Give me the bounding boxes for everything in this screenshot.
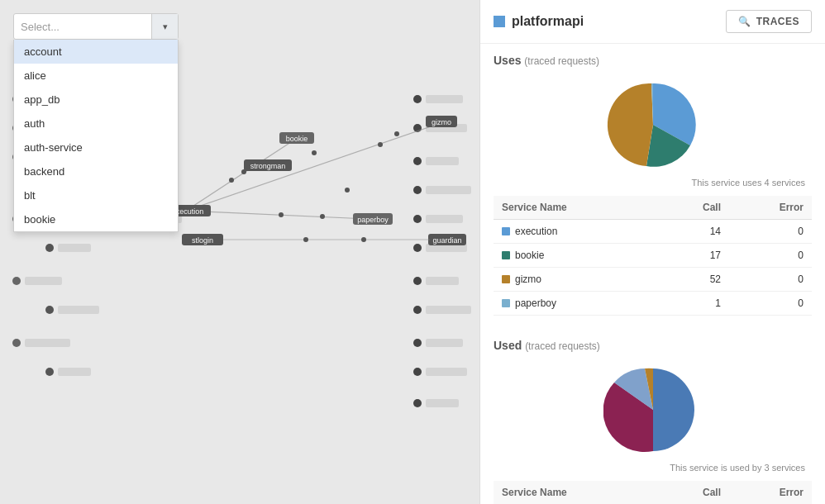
svg-point-40 [413,368,422,376]
svg-point-34 [413,277,422,285]
svg-line-46 [186,211,368,219]
svg-point-28 [413,186,422,194]
service-selector[interactable]: Select... ▾ account alice app_db auth au… [13,13,179,40]
table-row: paperboy 1 0 [494,292,812,316]
svg-point-36 [413,306,422,314]
svg-point-22 [413,95,422,103]
uses-subtitle: (traced requests) [524,55,599,67]
service-color-dot [502,299,510,307]
graph-panel: stlogin execution strongman bookie gizmo… [0,0,479,504]
used-pie-chart: This service is used by 3 services [494,354,812,476]
svg-rect-35 [426,277,459,285]
service-color-dot [502,227,510,235]
uses-pie-svg [603,75,703,174]
dropdown-item-auth[interactable]: auth [14,112,178,136]
call-value: 1 [659,292,729,316]
svg-point-71 [361,237,366,242]
error-value: 0 [729,292,812,316]
svg-rect-15 [25,277,62,285]
svg-point-18 [12,339,21,347]
svg-rect-29 [426,186,471,194]
table-row: execution 14 0 [494,220,812,244]
dropdown-item-app_db[interactable]: app_db [14,88,178,112]
uses-section: Uses (traced requests) This service uses… [480,44,825,316]
svg-point-38 [413,339,422,347]
used-title: Used (traced requests) [494,339,812,352]
svg-rect-41 [426,368,467,376]
uses-col-error: Error [729,196,812,220]
uses-table: Service Name Call Error execution 14 0 [494,196,812,316]
svg-rect-13 [58,244,91,252]
svg-point-47 [229,178,234,183]
svg-point-30 [413,215,422,223]
svg-point-70 [303,237,308,242]
panel-header: platformapi 🔍 TRACES [480,0,825,44]
svg-text:guardian: guardian [432,236,461,245]
svg-point-20 [45,368,54,376]
used-col-error: Error [729,481,812,504]
error-value: 0 [729,268,812,292]
svg-text:stlogin: stlogin [192,236,213,245]
svg-point-42 [413,399,422,407]
call-value: 52 [659,268,729,292]
used-subtitle: (traced requests) [525,340,600,352]
service-name: platformapi [512,14,584,29]
svg-text:strongman: strongman [250,162,286,170]
uses-pie-chart: This service uses 4 services [494,69,812,191]
svg-rect-17 [58,306,99,314]
dropdown-item-backend[interactable]: backend [14,159,178,183]
service-icon [494,16,505,27]
service-name-cell: execution [494,220,659,244]
svg-rect-27 [426,157,459,165]
svg-point-54 [320,214,325,219]
service-color-dot [502,275,510,283]
svg-point-12 [45,244,54,252]
search-icon: 🔍 [738,16,751,27]
svg-line-44 [186,140,293,211]
svg-text:bookie: bookie [286,135,308,143]
dropdown-trigger[interactable]: Select... ▾ [13,13,179,40]
dropdown-item-account[interactable]: account [14,40,178,64]
traces-button-label: TRACES [756,16,799,27]
dropdown-item-blt[interactable]: blt [14,183,178,207]
panel-title: platformapi [494,14,584,29]
uses-caption: This service uses 4 services [494,178,812,188]
svg-rect-43 [426,399,459,407]
svg-point-51 [378,142,383,147]
svg-text:paperboy: paperboy [357,216,389,224]
svg-text:gizmo: gizmo [432,118,451,126]
dropdown-list: account alice app_db auth auth-service b… [14,40,178,231]
svg-point-14 [12,277,21,285]
used-caption: This service is used by 3 services [494,463,812,473]
dropdown-placeholder: Select... [14,21,151,33]
svg-rect-39 [426,339,463,347]
dropdown-item-alice[interactable]: alice [14,64,178,88]
dropdown-item-bookie[interactable]: bookie [14,207,178,231]
svg-point-32 [413,244,422,252]
dropdown-item-auth-service[interactable]: auth-service [14,136,178,159]
service-name-cell: bookie [494,244,659,268]
used-col-call: Call [659,481,729,504]
svg-rect-19 [25,339,70,347]
uses-title: Uses (traced requests) [494,54,812,67]
svg-point-50 [345,188,350,193]
error-value: 0 [729,244,812,268]
chevron-down-icon: ▾ [151,14,178,39]
service-name-cell: gizmo [494,268,659,292]
svg-point-16 [45,306,54,314]
uses-col-call: Call [659,196,729,220]
svg-rect-37 [426,306,471,314]
call-value: 17 [659,244,729,268]
uses-col-service: Service Name [494,196,659,220]
call-value: 14 [659,220,729,244]
svg-rect-23 [426,95,463,103]
detail-panel: platformapi 🔍 TRACES Uses (traced reques… [479,0,825,504]
used-section: Used (traced requests) This service is u… [480,329,825,504]
used-table: Service Name Call Error strongman 30 0 [494,481,812,504]
traces-button[interactable]: 🔍 TRACES [726,10,812,33]
svg-point-52 [394,131,399,136]
dropdown-menu: account alice app_db auth auth-service b… [13,40,179,232]
table-row: bookie 17 0 [494,244,812,268]
table-row: gizmo 52 0 [494,268,812,292]
svg-rect-21 [58,368,91,376]
